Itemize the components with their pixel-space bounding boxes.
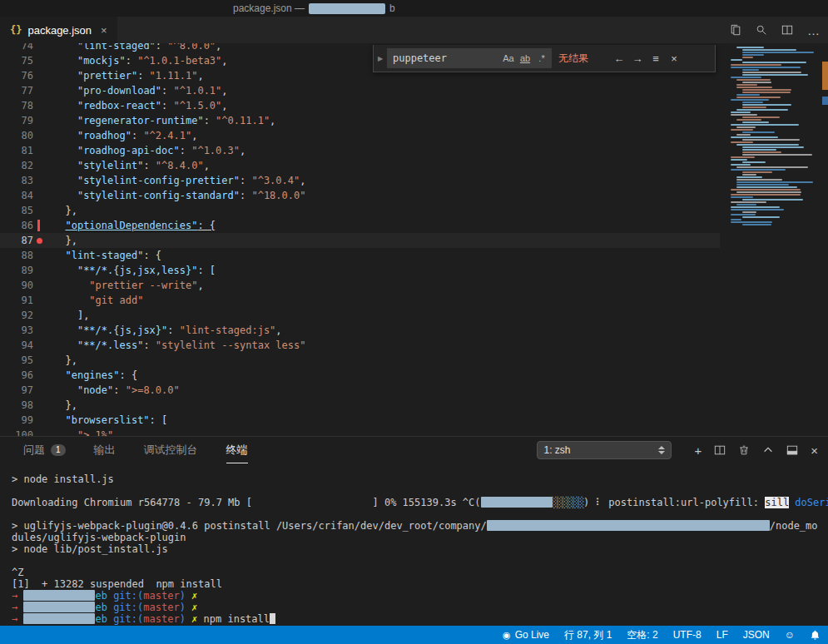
ruler-mark <box>822 97 828 105</box>
line-number: 76 <box>0 68 33 83</box>
code-line-85[interactable]: 85 }, <box>0 203 720 218</box>
code-token <box>53 175 77 186</box>
split-terminal-icon[interactable] <box>714 444 726 456</box>
code-line-86[interactable]: 86 "optionalDependencies": { <box>0 218 720 233</box>
regex-icon[interactable]: .* <box>533 53 550 63</box>
cursor-position[interactable]: 行 87, 列 1 <box>557 626 619 644</box>
line-number: 81 <box>0 143 33 158</box>
line-number: 74 <box>0 43 33 53</box>
code-line-90[interactable]: 90 "prettier --write", <box>0 278 720 293</box>
tab-close-icon[interactable]: × <box>101 24 107 37</box>
find-toggle-replace-icon[interactable]: ▶ <box>374 45 387 72</box>
notifications-bell-icon[interactable] <box>802 626 828 644</box>
code-line-96[interactable]: 96 "engines": { <box>0 368 720 383</box>
minimap-line <box>731 221 772 223</box>
open-preview-icon[interactable] <box>756 24 767 36</box>
minimap[interactable] <box>726 43 821 436</box>
minimap-line <box>731 156 755 158</box>
minimap-line <box>742 104 791 106</box>
code-token <box>53 235 65 246</box>
code-token: [ <box>210 265 216 276</box>
editor[interactable]: 74 "lint-staged": "^8.0.0",75 "mockjs": … <box>0 43 828 436</box>
code-line-78[interactable]: 78 "redbox-react": "^1.5.0", <box>0 98 720 113</box>
code-line-88[interactable]: 88 "lint-staged": { <box>0 248 720 263</box>
minimap-line <box>731 209 784 211</box>
code-token <box>53 43 77 52</box>
terminal-text: ) <box>180 590 191 602</box>
line-number: 96 <box>0 368 33 383</box>
code-token: "browserslist" <box>65 414 149 426</box>
line-number: 77 <box>0 83 33 98</box>
match-case-icon[interactable]: Aa <box>500 53 517 63</box>
code-text: "roadhog": "^2.4.1", <box>33 128 197 143</box>
new-terminal-icon[interactable]: + <box>694 443 702 458</box>
code-line-89[interactable]: 89 "**/*.{js,jsx,less}": [ <box>0 263 720 278</box>
code-line-100[interactable]: 100 "> 1%", <box>0 428 720 436</box>
line-number: 93 <box>0 323 33 338</box>
terminal-output[interactable]: > node install.jsDownloading Chromium r5… <box>0 463 828 625</box>
code-token <box>53 220 65 231</box>
minimap-line <box>736 84 757 86</box>
terminal-text: master <box>143 613 179 625</box>
terminal-text: [1] + 13282 suspended npm install <box>12 578 222 590</box>
minimap-line <box>731 206 780 208</box>
line-number: 84 <box>0 188 33 203</box>
code-line-79[interactable]: 79 "regenerator-runtime": "^0.11.1", <box>0 113 720 128</box>
gutter-marker <box>37 220 40 231</box>
find-input[interactable]: puppeteer Aa ab .* <box>387 48 552 68</box>
code-line-93[interactable]: 93 "**/*.{js,jsx}": "lint-staged:js", <box>0 323 720 338</box>
code-line-95[interactable]: 95 }, <box>0 353 720 368</box>
line-number: 92 <box>0 308 33 323</box>
tab-problems[interactable]: 问题 1 <box>23 437 66 463</box>
panel-layout-icon[interactable] <box>786 444 798 456</box>
code-line-91[interactable]: 91 "git add" <box>0 293 720 308</box>
more-actions-icon[interactable]: … <box>807 23 820 37</box>
tab-debug-console[interactable]: 调试控制台 <box>144 437 198 463</box>
split-editor-icon[interactable] <box>781 24 793 36</box>
code-token: "stylelint-config-prettier" <box>77 175 240 186</box>
find-previous-icon[interactable]: ← <box>610 52 628 65</box>
code-token: "^1.5.0" <box>174 100 222 111</box>
code-line-84[interactable]: 84 "stylelint-config-standard": "^18.0.0… <box>0 188 720 203</box>
line-number: 90 <box>0 278 33 293</box>
code-token <box>53 70 77 82</box>
code-line-81[interactable]: 81 "roadhog-api-doc": "^1.0.3", <box>0 143 720 158</box>
code-line-97[interactable]: 97 "node": ">=8.0.0" <box>0 383 720 398</box>
indentation-setting[interactable]: 空格: 2 <box>619 626 665 644</box>
find-in-selection-icon[interactable]: ≡ <box>647 52 665 65</box>
terminal-text: ) ⠇ postinstall:url-polyfill: <box>583 497 765 508</box>
code-text: "**/*.{js,jsx}": "lint-staged:js", <box>33 323 282 338</box>
find-close-icon[interactable]: × <box>665 52 683 65</box>
go-live-button[interactable]: ◉ Go Live <box>495 626 557 644</box>
terminal-line: > node install.js <box>12 473 828 485</box>
code-line-99[interactable]: 99 "browserslist": [ <box>0 413 720 428</box>
close-panel-icon[interactable]: × <box>811 443 818 458</box>
kill-terminal-trash-icon[interactable] <box>738 444 750 456</box>
code-line-82[interactable]: 82 "stylelint": "^8.4.0", <box>0 158 720 173</box>
open-changes-icon[interactable] <box>730 24 741 36</box>
tab-package-json[interactable]: {} package.json × <box>0 17 117 43</box>
minimap-line <box>742 131 775 133</box>
code-text: "browserslist": [ <box>33 413 167 428</box>
encoding-setting[interactable]: UTF-8 <box>666 626 709 644</box>
code-line-83[interactable]: 83 "stylelint-config-prettier": "^3.0.4"… <box>0 173 720 188</box>
code-line-94[interactable]: 94 "**/*.less": "stylelint --syntax less… <box>0 338 720 353</box>
minimap-line <box>742 107 766 108</box>
code-line-77[interactable]: 77 "pro-download": "^1.0.1", <box>0 83 720 98</box>
code-line-98[interactable]: 98 }, <box>0 398 720 413</box>
overview-ruler[interactable] <box>822 43 828 436</box>
code-line-87[interactable]: 87 }, <box>0 233 720 248</box>
code-line-92[interactable]: 92 ], <box>0 308 720 323</box>
whole-word-icon[interactable]: ab <box>517 53 533 63</box>
eol-setting[interactable]: LF <box>709 626 736 644</box>
find-next-icon[interactable]: → <box>628 52 647 65</box>
code-line-80[interactable]: 80 "roadhog": "^2.4.1", <box>0 128 720 143</box>
tab-terminal[interactable]: 终端 <box>226 437 248 463</box>
feedback-smiley-icon[interactable]: ☺ <box>777 626 802 644</box>
ruler-mark <box>822 62 828 90</box>
code-token: "^8.4.0" <box>156 160 204 171</box>
language-mode[interactable]: JSON <box>736 626 777 644</box>
maximize-panel-chevron-icon[interactable] <box>762 444 774 456</box>
tab-output[interactable]: 输出 <box>94 437 116 463</box>
terminal-picker[interactable]: 1: zsh <box>537 441 672 459</box>
